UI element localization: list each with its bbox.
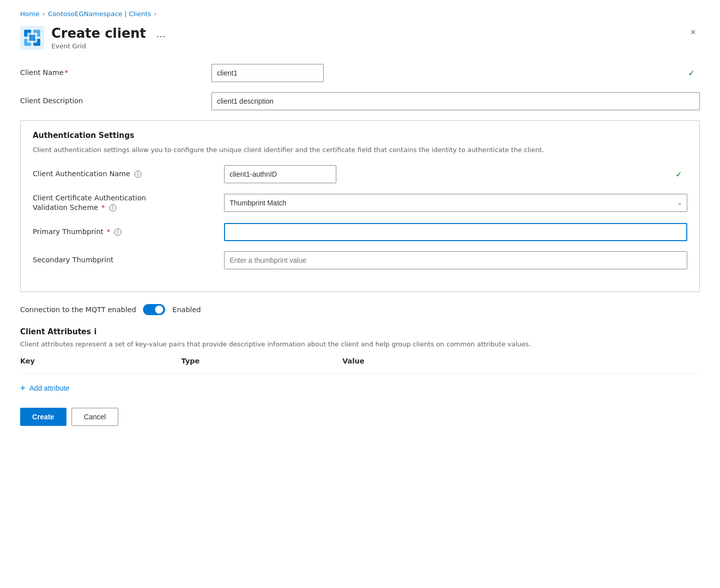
page-subtitle: Event Grid [51,42,166,50]
cert-scheme-required: * [101,203,105,211]
client-description-input[interactable] [211,92,700,110]
auth-name-check-icon: ✓ [676,169,682,179]
client-name-check-icon: ✓ [688,68,695,78]
attributes-title: Client Attributes i [20,327,700,336]
auth-name-row: Client Authentication Name i ✓ [33,165,687,183]
cert-scheme-row: Client Certificate Authentication Valida… [33,193,687,213]
cert-scheme-label: Client Certificate Authentication Valida… [33,193,214,213]
auth-name-input-wrapper: ✓ [224,165,687,183]
page-title: Create client [51,26,146,41]
svg-rect-6 [29,35,35,41]
client-name-input-wrapper: ✓ [211,64,700,82]
secondary-thumbprint-input[interactable] [224,251,687,269]
secondary-thumbprint-label: Secondary Thumbprint [33,255,214,265]
primary-thumbprint-label: Primary Thumbprint * i [33,227,214,237]
attributes-description: Client attributes represent a set of key… [20,339,700,349]
more-options-button[interactable]: ... [156,28,166,40]
page-header: Create client ... Event Grid × [20,26,700,50]
cancel-button[interactable]: Cancel [71,408,119,426]
auth-settings-title: Authentication Settings [33,131,687,140]
header-left: Create client ... Event Grid [20,26,166,50]
client-name-required: * [64,68,68,77]
breadcrumb-namespace[interactable]: ContosoEGNamespace | Clients [48,10,151,18]
secondary-thumbprint-row: Secondary Thumbprint [33,251,687,269]
add-icon: + [20,384,26,393]
footer-buttons: Create Cancel [20,408,700,426]
mqtt-label: Connection to the MQTT enabled [20,306,136,314]
cert-scheme-select-wrapper: Thumbprint Match DNS Email IP URI Subjec… [224,194,687,212]
breadcrumb-sep2: › [154,11,157,18]
auth-settings-description: Client authentication settings allow you… [33,145,687,155]
close-button[interactable]: × [686,26,700,39]
cert-scheme-info-icon[interactable]: i [109,204,116,211]
primary-thumbprint-required: * [107,228,110,236]
auth-name-input[interactable] [224,165,336,183]
attributes-divider [20,373,700,374]
col-type-header: Type [181,357,342,365]
primary-thumbprint-info-icon[interactable]: i [114,229,121,236]
primary-thumbprint-input[interactable] [224,223,687,241]
mqtt-row: Connection to the MQTT enabled Enabled [20,304,700,315]
primary-thumbprint-row: Primary Thumbprint * i [33,223,687,241]
auth-settings-box: Authentication Settings Client authentic… [20,120,700,292]
mqtt-toggle[interactable] [143,304,165,315]
col-value-header: Value [342,357,700,365]
attributes-info-icon[interactable]: i [94,327,97,336]
header-title-block: Create client ... Event Grid [51,26,166,50]
event-grid-icon [20,26,44,50]
auth-name-label: Client Authentication Name i [33,169,214,179]
client-attributes-section: Client Attributes i Client attributes re… [20,327,700,393]
cert-scheme-select[interactable]: Thumbprint Match DNS Email IP URI Subjec… [224,194,687,212]
breadcrumb-home[interactable]: Home [20,10,39,18]
create-button[interactable]: Create [20,408,66,426]
auth-name-info-icon[interactable]: i [134,171,141,178]
client-name-input[interactable] [211,64,324,82]
client-name-label: Client Name* [20,68,201,78]
client-description-label: Client Description [20,96,201,106]
client-description-row: Client Description [20,92,700,110]
breadcrumb-sep1: › [42,11,45,18]
mqtt-enabled-text: Enabled [172,306,201,314]
breadcrumb: Home › ContosoEGNamespace | Clients › [20,10,700,18]
client-name-row: Client Name* ✓ [20,64,700,82]
attributes-table-header: Key Type Value [20,357,700,368]
add-attribute-button[interactable]: + Add attribute [20,384,69,393]
col-key-header: Key [20,357,181,365]
